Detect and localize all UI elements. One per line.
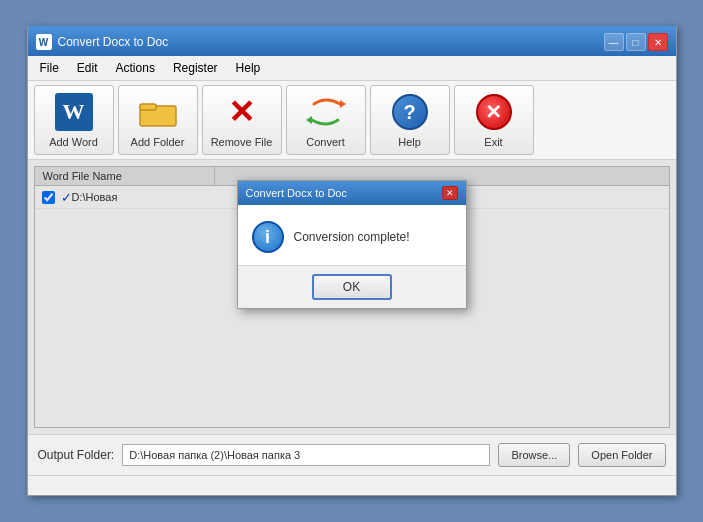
help-icon: ? [390,92,430,132]
status-bar [28,475,676,495]
exit-label: Exit [484,136,502,148]
minimize-button[interactable]: — [604,33,624,51]
close-button[interactable]: ✕ [648,33,668,51]
convert-button[interactable]: Convert [286,85,366,155]
browse-button[interactable]: Browse... [498,443,570,467]
window-title: Convert Docx to Doc [58,35,169,49]
dialog: Convert Docx to Doc ✕ i Conversion compl… [237,180,467,309]
output-path-input[interactable] [122,444,490,466]
dialog-footer: OK [238,265,466,308]
dialog-message-row: i Conversion complete! [252,221,452,253]
folder-icon [138,92,178,132]
exit-icon: ✕ [474,92,514,132]
info-icon: i [252,221,284,253]
dialog-overlay: Convert Docx to Doc ✕ i Conversion compl… [28,160,676,434]
menu-edit[interactable]: Edit [69,58,106,78]
convert-icon [306,92,346,132]
svg-marker-3 [306,116,312,124]
remove-icon: ✕ [222,92,262,132]
dialog-body: i Conversion complete! [238,205,466,265]
menu-file[interactable]: File [32,58,67,78]
add-word-label: Add Word [49,136,98,148]
dialog-title-bar: Convert Docx to Doc ✕ [238,181,466,205]
ok-button[interactable]: OK [312,274,392,300]
exit-button[interactable]: ✕ Exit [454,85,534,155]
menu-help[interactable]: Help [228,58,269,78]
dialog-message: Conversion complete! [294,230,410,244]
remove-file-button[interactable]: ✕ Remove File [202,85,282,155]
add-word-button[interactable]: W Add Word [34,85,114,155]
dialog-close-button[interactable]: ✕ [442,186,458,200]
content-area: Word File Name ✓ D:\Новая Convert Docx t… [28,160,676,434]
menu-register[interactable]: Register [165,58,226,78]
svg-rect-1 [140,104,156,110]
menu-bar: File Edit Actions Register Help [28,56,676,81]
toolbar: W Add Word Add Folder ✕ Remove File [28,81,676,160]
output-folder-label: Output Folder: [38,448,115,462]
title-bar: W Convert Docx to Doc — □ ✕ [28,28,676,56]
add-folder-button[interactable]: Add Folder [118,85,198,155]
footer: Output Folder: Browse... Open Folder [28,434,676,475]
convert-label: Convert [306,136,345,148]
main-window: W Convert Docx to Doc — □ ✕ File Edit Ac… [27,26,677,496]
open-folder-button[interactable]: Open Folder [578,443,665,467]
dialog-title: Convert Docx to Doc [246,187,347,199]
title-bar-left: W Convert Docx to Doc [36,34,169,50]
svg-marker-2 [340,100,346,108]
remove-file-label: Remove File [211,136,273,148]
title-controls: — □ ✕ [604,33,668,51]
word-icon: W [54,92,94,132]
app-icon: W [36,34,52,50]
help-button[interactable]: ? Help [370,85,450,155]
maximize-button[interactable]: □ [626,33,646,51]
help-label: Help [398,136,421,148]
menu-actions[interactable]: Actions [108,58,163,78]
add-folder-label: Add Folder [131,136,185,148]
